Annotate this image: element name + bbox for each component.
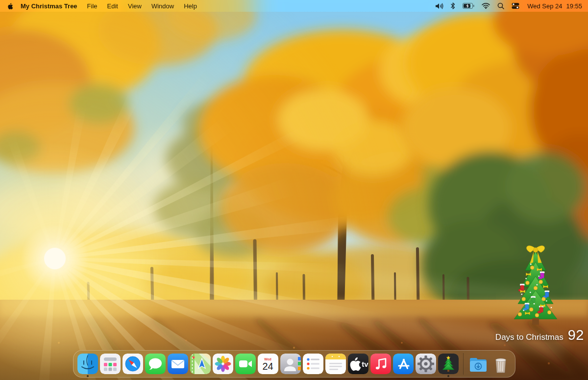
- search-icon[interactable]: [497, 2, 504, 9]
- dock-icon-downloads[interactable]: [468, 354, 489, 374]
- menu-view[interactable]: View: [123, 0, 147, 12]
- control-center-icon[interactable]: [512, 2, 519, 9]
- dock-icon-facetime[interactable]: [235, 354, 256, 374]
- tv-label: tv: [362, 360, 368, 368]
- dock-icon-reminders[interactable]: [303, 354, 323, 374]
- menu-bar-clock[interactable]: Wed Sep 24 19:55: [527, 2, 582, 10]
- dock-icon-messages[interactable]: [145, 354, 166, 374]
- running-indicator: [447, 375, 449, 377]
- desktop: My Christmas Tree File Edit View Window …: [0, 0, 588, 380]
- calendar-day: 24: [262, 361, 273, 372]
- dock-icon-calendar[interactable]: Wed 24: [258, 354, 278, 374]
- menu-file[interactable]: File: [82, 0, 102, 12]
- dock-icon-system-settings[interactable]: [416, 354, 436, 374]
- wifi-icon[interactable]: [482, 3, 490, 9]
- dock-icon-contacts[interactable]: [280, 354, 301, 374]
- dock-icon-music[interactable]: [370, 354, 391, 374]
- dock-icon-notes[interactable]: [325, 354, 346, 374]
- clock-time: 19:55: [566, 2, 582, 10]
- dock-icon-trash[interactable]: [490, 354, 511, 374]
- dock-icon-my-christmas-tree[interactable]: [438, 354, 459, 374]
- autumn-forest-wallpaper: [0, 0, 588, 380]
- dock: Wed 24: [73, 350, 515, 378]
- clock-date: Wed Sep 24: [527, 2, 562, 10]
- dock-icon-finder[interactable]: [77, 354, 98, 374]
- apple-menu-icon[interactable]: [7, 2, 14, 10]
- christmas-tree-graphic: [509, 243, 563, 326]
- volume-icon[interactable]: [436, 3, 443, 9]
- days-to-christmas-counter: Days to Christmas 92: [491, 327, 584, 343]
- menu-edit[interactable]: Edit: [102, 0, 123, 12]
- menu-bar: My Christmas Tree File Edit View Window …: [0, 0, 588, 12]
- dock-icon-photos[interactable]: [213, 354, 233, 374]
- menu-help[interactable]: Help: [179, 0, 202, 12]
- dock-icon-maps[interactable]: [190, 354, 211, 374]
- menu-window[interactable]: Window: [147, 0, 179, 12]
- countdown-label: Days to Christmas: [495, 332, 564, 342]
- dock-icon-safari[interactable]: [122, 354, 143, 374]
- christmas-countdown-widget[interactable]: Days to Christmas 92: [505, 243, 568, 326]
- countdown-days: 92: [568, 327, 584, 343]
- dock-separator: [463, 353, 464, 375]
- active-app-menu[interactable]: My Christmas Tree: [16, 0, 82, 12]
- battery-charging-icon[interactable]: [463, 3, 474, 9]
- dock-icon-tv[interactable]: tv: [348, 354, 368, 374]
- dock-icon-launchpad[interactable]: [100, 354, 121, 374]
- bluetooth-icon[interactable]: [451, 2, 455, 9]
- dock-icon-app-store[interactable]: [393, 354, 414, 374]
- dock-icon-mail[interactable]: [168, 354, 188, 374]
- running-indicator: [87, 375, 89, 377]
